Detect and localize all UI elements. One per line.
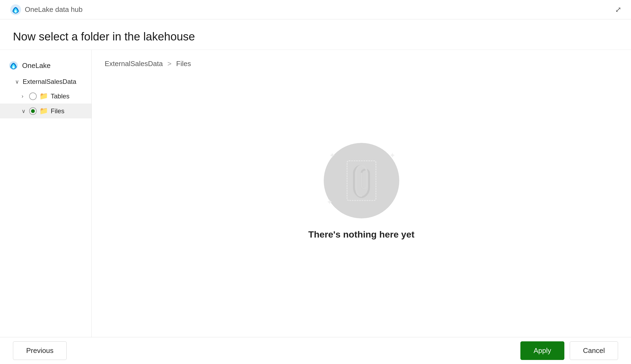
cancel-button[interactable]: Cancel xyxy=(570,341,618,360)
breadcrumb: ExternalSalesData > Files xyxy=(105,60,618,68)
dashed-rect xyxy=(347,160,376,201)
chevron-down-icon: ∨ xyxy=(15,78,23,85)
onelake-sidebar-icon xyxy=(9,61,18,70)
tree-label-externalsalesdata: ExternalSalesData xyxy=(23,78,76,85)
sparkle-bl-icon: ✦ xyxy=(326,198,333,207)
breadcrumb-separator: > xyxy=(168,60,172,68)
folder-tables-icon: 📁 xyxy=(39,92,48,100)
main-content: OneLake ∨ ExternalSalesData › 📁 Tables ∨… xyxy=(0,50,631,337)
chevron-right-icon: › xyxy=(22,93,29,99)
tree-item-externalsalesdata[interactable]: ∨ ExternalSalesData xyxy=(0,75,91,89)
page-title-area: Now select a folder in the lakehouse xyxy=(0,19,631,50)
page-title: Now select a folder in the lakehouse xyxy=(13,30,618,43)
footer-right: Apply Cancel xyxy=(520,341,618,360)
radio-files[interactable] xyxy=(29,107,37,115)
expand-icon[interactable]: ⤢ xyxy=(615,5,621,14)
top-bar-left: OneLake data hub xyxy=(10,4,83,16)
tree-label-files: Files xyxy=(51,107,64,115)
folder-files-icon: 📁 xyxy=(39,107,48,115)
sidebar-onelake-root[interactable]: OneLake xyxy=(0,56,91,75)
empty-state-message: There's nothing here yet xyxy=(308,229,415,240)
onelake-logo-icon xyxy=(10,4,22,16)
empty-state-illustration: ✦ ✦ ✦ xyxy=(324,143,399,218)
apply-button[interactable]: Apply xyxy=(520,341,564,360)
breadcrumb-part-2: Files xyxy=(176,60,191,68)
radio-tables[interactable] xyxy=(29,92,37,100)
footer: Previous Apply Cancel xyxy=(0,337,631,364)
sidebar: OneLake ∨ ExternalSalesData › 📁 Tables ∨… xyxy=(0,50,92,337)
tree-label-tables: Tables xyxy=(51,92,69,100)
app-title: OneLake data hub xyxy=(25,5,83,14)
top-bar: OneLake data hub ⤢ xyxy=(0,0,631,19)
tree-item-files[interactable]: ∨ 📁 Files xyxy=(0,104,91,118)
tree-item-tables[interactable]: › 📁 Tables xyxy=(0,89,91,104)
previous-button[interactable]: Previous xyxy=(13,341,67,360)
sparkle-tr-icon: ✦ xyxy=(389,151,395,160)
empty-state: ✦ ✦ ✦ There's nothing here yet xyxy=(105,77,618,327)
breadcrumb-part-1: ExternalSalesData xyxy=(105,60,163,68)
right-panel: ExternalSalesData > Files ✦ ✦ ✦ xyxy=(92,50,631,337)
onelake-label: OneLake xyxy=(22,61,51,70)
radio-files-inner xyxy=(31,109,35,113)
sparkle-tl-icon: ✦ xyxy=(329,151,335,160)
chevron-down-files-icon: ∨ xyxy=(22,108,29,114)
paperclip-container xyxy=(340,154,383,208)
